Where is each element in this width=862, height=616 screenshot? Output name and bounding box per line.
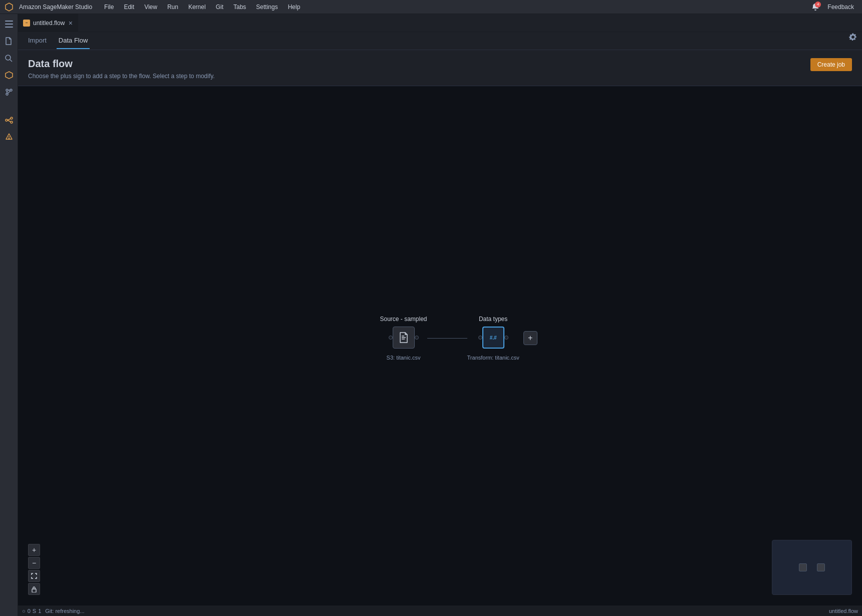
svg-point-17 bbox=[9, 138, 10, 139]
page-title: Data flow bbox=[28, 58, 215, 70]
source-node-label: Source - sampled bbox=[380, 316, 427, 323]
zoom-lock-button[interactable] bbox=[28, 583, 40, 595]
menu-run[interactable]: Run bbox=[163, 3, 182, 12]
header-left: Data flow Choose the plus sign to add a … bbox=[28, 58, 215, 80]
flow-container: Source - sampled bbox=[380, 316, 537, 361]
svg-rect-2 bbox=[5, 24, 13, 25]
transform-node-box[interactable]: #.# bbox=[482, 327, 504, 349]
subtab-import[interactable]: Import bbox=[26, 33, 49, 49]
source-left-connector bbox=[389, 336, 393, 340]
menubar: Amazon SageMaker Studio File Edit View R… bbox=[0, 0, 862, 14]
tabbar: ~ untitled.flow × bbox=[18, 14, 862, 32]
sidebar-icon-files[interactable] bbox=[1, 33, 17, 49]
tab-close-icon[interactable]: × bbox=[69, 20, 73, 27]
statusbar: ○ 0 S 1 Git: refreshing... untitled.flow bbox=[18, 605, 862, 616]
content-area: ~ untitled.flow × Import Data Flow Data … bbox=[18, 14, 862, 616]
feedback-button[interactable]: Feedback bbox=[823, 3, 858, 12]
svg-line-13 bbox=[8, 119, 11, 120]
notification-button[interactable]: 4 bbox=[809, 1, 821, 13]
status-indicators: ○ 0 S 1 bbox=[22, 608, 41, 614]
svg-point-7 bbox=[6, 89, 8, 91]
transform-left-connector bbox=[478, 336, 482, 340]
transform-node-icon-text: #.# bbox=[490, 335, 497, 341]
svg-point-9 bbox=[6, 93, 8, 95]
menu-edit[interactable]: Edit bbox=[120, 3, 138, 12]
source-node-box-container bbox=[389, 327, 419, 349]
transform-node-label: Data types bbox=[479, 316, 507, 323]
subtab-dataflow[interactable]: Data Flow bbox=[57, 33, 90, 49]
settings-corner-icon[interactable] bbox=[844, 28, 862, 46]
tab-icon: ~ bbox=[23, 20, 30, 27]
transform-node[interactable]: Data types #.# Transform: titanic.csv bbox=[467, 316, 519, 361]
sidebar-icon-search[interactable] bbox=[1, 50, 17, 66]
app-logo bbox=[4, 2, 14, 12]
create-job-button[interactable]: Create job bbox=[810, 58, 852, 71]
status-s: S bbox=[33, 608, 36, 614]
svg-rect-3 bbox=[5, 27, 13, 28]
app-name: Amazon SageMaker Studio bbox=[19, 4, 92, 11]
status-filename: untitled.flow bbox=[829, 608, 858, 614]
sidebar-icon-git[interactable] bbox=[1, 84, 17, 100]
page-description: Choose the plus sign to add a step to th… bbox=[28, 73, 215, 80]
sidebar bbox=[0, 14, 18, 616]
status-num3: 1 bbox=[38, 608, 41, 614]
svg-point-12 bbox=[11, 121, 13, 123]
svg-point-8 bbox=[10, 89, 12, 91]
tab-untitled-flow[interactable]: ~ untitled.flow × bbox=[18, 14, 78, 32]
flow-canvas[interactable]: Source - sampled bbox=[18, 86, 862, 605]
subtabbar: Import Data Flow bbox=[18, 32, 862, 50]
tab-filename: untitled.flow bbox=[33, 20, 65, 27]
svg-point-11 bbox=[11, 117, 13, 119]
menu-file[interactable]: File bbox=[100, 3, 118, 12]
source-right-connector bbox=[415, 336, 419, 340]
status-circle: ○ bbox=[22, 608, 26, 614]
svg-point-10 bbox=[6, 119, 8, 121]
minimap-node-source bbox=[799, 563, 807, 571]
minimap-nodes bbox=[799, 563, 825, 571]
menu-git[interactable]: Git bbox=[212, 3, 227, 12]
sidebar-icon-pipelines[interactable] bbox=[1, 112, 17, 128]
menu-tabs[interactable]: Tabs bbox=[229, 3, 250, 12]
minimap-node-transform bbox=[817, 563, 825, 571]
sidebar-icon-menu[interactable] bbox=[1, 16, 17, 32]
svg-line-5 bbox=[10, 60, 12, 62]
svg-rect-21 bbox=[32, 589, 36, 592]
source-node-box[interactable] bbox=[393, 327, 415, 349]
minimap bbox=[772, 540, 852, 595]
sidebar-icon-deploy[interactable] bbox=[1, 129, 17, 145]
transform-node-box-container: #.# bbox=[478, 327, 508, 349]
menu-kernel[interactable]: Kernel bbox=[184, 3, 210, 12]
svg-line-14 bbox=[8, 120, 11, 122]
source-node-sublabel: S3: titanic.csv bbox=[387, 355, 421, 361]
menu-view[interactable]: View bbox=[140, 3, 161, 12]
page-header: Data flow Choose the plus sign to add a … bbox=[18, 50, 862, 86]
transform-right-connector bbox=[504, 336, 508, 340]
zoom-out-button[interactable]: − bbox=[28, 557, 40, 569]
status-num1: 0 bbox=[28, 608, 31, 614]
zoom-controls: + − bbox=[28, 544, 40, 595]
sidebar-icon-sagemaker[interactable] bbox=[1, 67, 17, 83]
source-node[interactable]: Source - sampled bbox=[380, 316, 427, 361]
menu-settings[interactable]: Settings bbox=[252, 3, 281, 12]
flow-connector-line bbox=[427, 338, 467, 339]
svg-marker-6 bbox=[6, 72, 13, 79]
transform-node-sublabel: Transform: titanic.csv bbox=[467, 355, 519, 361]
git-status: Git: refreshing... bbox=[45, 608, 84, 614]
svg-point-4 bbox=[6, 55, 11, 60]
menu-help[interactable]: Help bbox=[284, 3, 305, 12]
zoom-fit-button[interactable] bbox=[28, 570, 40, 582]
add-step-button[interactable]: + bbox=[523, 331, 537, 345]
svg-rect-1 bbox=[5, 21, 13, 22]
main-layout: ~ untitled.flow × Import Data Flow Data … bbox=[0, 14, 862, 616]
svg-marker-0 bbox=[6, 3, 13, 11]
notification-badge: 4 bbox=[815, 2, 821, 8]
zoom-in-button[interactable]: + bbox=[28, 544, 40, 556]
